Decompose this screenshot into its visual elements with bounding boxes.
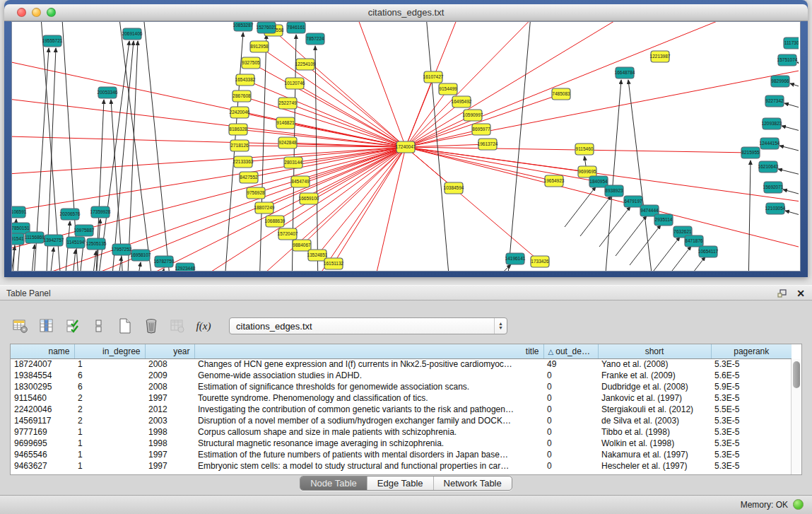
column-header-year[interactable]: year: [145, 344, 194, 358]
graph-node[interactable]: 16543382: [235, 74, 256, 86]
graph-node[interactable]: 12093823: [762, 118, 782, 129]
table-row[interactable]: 969969511998Structural magnetic resonanc…: [11, 438, 792, 449]
table-row[interactable]: 1456911722003Disruption of a novel membe…: [11, 415, 792, 426]
table-row[interactable]: 1938455462009Genome-wide association stu…: [11, 370, 792, 381]
graph-node[interactable]: 12103054: [765, 203, 786, 214]
graph-node[interactable]: 20053346: [98, 87, 118, 98]
graph-node[interactable]: 12213987: [650, 51, 671, 62]
show-columns-icon[interactable]: [36, 315, 57, 337]
table-selector-dropdown[interactable]: citations_edges.txt ▲▼: [229, 317, 507, 334]
column-header-out_de[interactable]: △out_de…: [543, 344, 598, 358]
delete-table-icon[interactable]: [167, 315, 188, 337]
column-header-pagerank[interactable]: pagerank: [711, 344, 792, 358]
graph-node[interactable]: 22420046: [230, 107, 250, 118]
graph-node[interactable]: 9154499: [439, 83, 457, 95]
graph-node[interactable]: 8454749: [291, 176, 310, 187]
graph-node[interactable]: 8215955: [741, 147, 760, 158]
graph-node[interactable]: 16495492: [452, 96, 472, 107]
graph-node[interactable]: 8427552: [240, 172, 258, 183]
graph-node[interactable]: 17957253: [112, 244, 132, 255]
graph-node[interactable]: 22133363: [233, 156, 254, 168]
graph-node[interactable]: 1117304: [784, 37, 799, 49]
graph-node[interactable]: 13942757: [44, 235, 64, 246]
network-canvas[interactable]: 1724004722260558891295893275051654338228…: [12, 22, 799, 271]
graph-node[interactable]: 25106591: [12, 206, 27, 218]
table-mode-icon[interactable]: [10, 315, 31, 337]
graph-node[interactable]: 8186328: [229, 124, 247, 135]
graph-node[interactable]: 1733426: [531, 256, 549, 267]
graph-node[interactable]: 18807249: [254, 202, 275, 214]
graph-node[interactable]: 20691406: [122, 28, 143, 40]
graph-node[interactable]: 17240047: [396, 141, 416, 153]
network-canvas-area[interactable]: 1724004722260558891295893275051654338228…: [11, 21, 801, 271]
graph-node[interactable]: 10853287: [233, 22, 254, 31]
graph-node[interactable]: 19654923: [544, 175, 565, 187]
graph-node[interactable]: 19555721: [42, 35, 63, 47]
graph-node[interactable]: 10590997: [463, 110, 483, 121]
graph-node[interactable]: 2803144: [284, 157, 302, 168]
graph-node[interactable]: 9115460: [575, 144, 594, 155]
table-row[interactable]: 1830029562008Estimation of significance …: [11, 381, 792, 392]
float-panel-icon[interactable]: [777, 288, 788, 299]
graph-node[interactable]: 11156869: [25, 232, 45, 243]
graph-node[interactable]: 9146821: [276, 117, 295, 129]
graph-node[interactable]: 2867608: [233, 90, 251, 102]
graph-node[interactable]: 17359928: [90, 206, 111, 218]
graph-node[interactable]: 6479197: [624, 196, 642, 207]
graph-node[interactable]: 10654117: [698, 246, 719, 257]
graph-node[interactable]: 14196141: [505, 253, 526, 264]
graph-node[interactable]: 7485083: [552, 88, 570, 100]
network-window-titlebar[interactable]: citations_edges.txt: [4, 4, 808, 21]
graph-node[interactable]: 12444154: [760, 138, 780, 149]
tab-node-table[interactable]: Node Table: [300, 477, 367, 490]
graph-node[interactable]: 9756928: [247, 187, 265, 199]
graph-node[interactable]: 1840954: [589, 176, 608, 187]
graph-node[interactable]: 8695977: [472, 124, 490, 135]
graph-node[interactable]: 16210643: [758, 161, 779, 173]
graph-node[interactable]: 8471876: [685, 235, 703, 247]
rows-icon[interactable]: [88, 315, 110, 337]
graph-node[interactable]: 10688639: [265, 216, 286, 227]
graph-node[interactable]: 15692071: [763, 182, 784, 193]
graph-node[interactable]: 16659100: [299, 193, 319, 204]
table-row[interactable]: 946554611997Estimation of the future num…: [11, 449, 792, 460]
graph-node[interactable]: 7857224: [306, 33, 324, 45]
tab-edge-table[interactable]: Edge Table: [367, 477, 434, 490]
scrollbar-thumb[interactable]: [793, 361, 800, 388]
graph-node[interactable]: 15751074: [777, 54, 798, 66]
close-panel-icon[interactable]: ✕: [795, 288, 806, 299]
graph-node[interactable]: 16782759: [154, 256, 175, 267]
graph-node[interactable]: 2718126: [230, 140, 249, 151]
column-header-title[interactable]: title: [194, 344, 543, 358]
table-scrollbar[interactable]: [791, 359, 801, 474]
graph-node[interactable]: 9884067: [293, 240, 311, 251]
delete-column-icon[interactable]: [141, 315, 162, 337]
row-check-icon[interactable]: [62, 315, 83, 337]
graph-node[interactable]: 8912958: [250, 41, 269, 52]
column-header-short[interactable]: short: [598, 344, 711, 358]
graph-node[interactable]: 10975887: [74, 225, 95, 236]
table-row[interactable]: 946362711997Embryonic stem cells: a mode…: [11, 460, 792, 472]
graph-node[interactable]: 8938923: [605, 185, 623, 197]
table-row[interactable]: 911546021997Tourette syndrome. Phenomeno…: [11, 392, 792, 404]
graph-node[interactable]: 15276021: [257, 22, 277, 33]
graph-node[interactable]: 9327505: [242, 57, 260, 69]
tab-network-table[interactable]: Network Table: [434, 477, 512, 490]
table-row[interactable]: 977716911998Corpus callosum shape and si…: [11, 426, 792, 438]
graph-node[interactable]: 9391541: [12, 233, 24, 245]
graph-node[interactable]: 19613724: [478, 139, 498, 150]
graph-node[interactable]: 2935114: [654, 214, 673, 226]
graph-node[interactable]: 16107427: [423, 71, 444, 83]
graph-node[interactable]: 9829966: [771, 76, 789, 87]
graph-node[interactable]: 7846161: [287, 22, 305, 33]
graph-node[interactable]: 12254109: [295, 59, 316, 70]
column-header-in_degree[interactable]: in_degree: [74, 344, 145, 358]
graph-node[interactable]: 9242848: [278, 137, 297, 148]
graph-node[interactable]: 10384594: [444, 182, 464, 194]
graph-node[interactable]: 16151132: [324, 258, 344, 269]
graph-node[interactable]: 20206576: [60, 209, 81, 220]
graph-node[interactable]: 10120746: [285, 78, 305, 89]
graph-node[interactable]: 2522749: [278, 98, 297, 109]
graph-node[interactable]: 16648784: [615, 67, 635, 78]
function-builder-icon[interactable]: f(x): [193, 315, 214, 337]
